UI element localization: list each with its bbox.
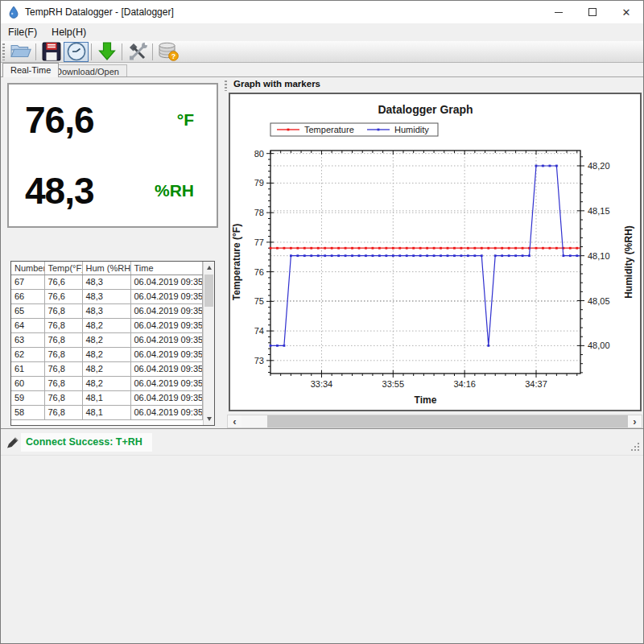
hscroll-thumb[interactable]	[267, 415, 628, 427]
scroll-thumb[interactable]	[204, 275, 213, 307]
column-header-number[interactable]: Number	[11, 262, 44, 275]
tools-icon	[127, 42, 148, 61]
svg-text:48,05: 48,05	[588, 296, 610, 306]
table-cell: 76,8	[44, 332, 82, 347]
menu-item-help[interactable]: Help(H)	[44, 24, 93, 40]
table-row[interactable]: 6276,848,206.04.2019 09:35:21	[11, 347, 203, 361]
table-cell: 06.04.2019 09:35:23	[130, 332, 203, 347]
clock-icon	[66, 41, 87, 62]
table-row[interactable]: 5976,848,106.04.2019 09:35:14	[11, 390, 203, 405]
open-folder-icon	[10, 43, 31, 60]
scroll-down-button[interactable]	[204, 413, 214, 425]
tabbar: Real-Time Download/Open	[1, 63, 643, 77]
svg-text:Humidity (%RH): Humidity (%RH)	[623, 225, 634, 299]
realtime-clock-button[interactable]	[64, 42, 89, 62]
table-row[interactable]: 6176,848,206.04.2019 09:35:18	[11, 361, 203, 376]
table-cell: 76,8	[44, 361, 82, 376]
temperature-value: 76,6	[25, 98, 94, 142]
humidity-unit: %RH	[155, 181, 194, 200]
menubar: File(F) Help(H)	[1, 23, 643, 41]
resize-grip[interactable]	[630, 441, 640, 452]
setup-button[interactable]	[125, 42, 150, 62]
minimize-button[interactable]	[542, 1, 576, 23]
toolbar: ?	[1, 41, 643, 63]
svg-text:Datalogger Graph: Datalogger Graph	[378, 103, 473, 116]
window-controls: ✕	[542, 1, 643, 23]
table-cell: 48,2	[82, 332, 130, 347]
menu-item-file[interactable]: File(F)	[1, 24, 44, 40]
column-header-hum[interactable]: Hum (%RH)	[82, 262, 130, 275]
table-cell: 61	[11, 361, 44, 376]
table-cell: 76,8	[44, 405, 82, 419]
table-cell: 76,8	[44, 303, 82, 318]
toolbar-grip[interactable]	[2, 43, 5, 60]
svg-text:Temperature: Temperature	[304, 125, 354, 134]
download-arrow-icon	[97, 41, 117, 62]
temperature-row: 76,6 °F	[9, 85, 217, 155]
humidity-value: 48,3	[25, 169, 94, 213]
tab-download-open[interactable]: Download/Open	[47, 64, 127, 77]
scroll-right-button[interactable]: ›	[628, 415, 642, 427]
svg-text:77: 77	[254, 237, 264, 247]
download-button[interactable]	[94, 42, 119, 62]
scroll-left-button[interactable]: ‹	[228, 415, 242, 427]
svg-text:75: 75	[254, 296, 264, 306]
svg-text:74: 74	[254, 326, 264, 336]
table-header-row: Number Temp(°F) Hum (%RH) Time	[11, 262, 203, 275]
table-row[interactable]: 6776,648,306.04.2019 09:35:31	[11, 275, 203, 289]
table-cell: 06.04.2019 09:35:29	[130, 289, 203, 303]
table-cell: 76,8	[44, 347, 82, 361]
svg-text:33:34: 33:34	[311, 379, 333, 389]
save-button[interactable]	[39, 42, 64, 62]
table-scrollbar[interactable]	[203, 262, 214, 425]
table-row[interactable]: 5876,848,106.04.2019 09:35:12	[11, 405, 203, 419]
minimize-icon	[555, 12, 563, 13]
table-row[interactable]: 6476,848,206.04.2019 09:35:25	[11, 318, 203, 332]
table-row[interactable]: 6576,848,306.04.2019 09:35:27	[11, 303, 203, 318]
app-window: TempRH Datalogger - [Datalogger] ✕ File(…	[0, 0, 644, 644]
svg-text:Temperature (°F): Temperature (°F)	[231, 224, 242, 300]
tab-real-time[interactable]: Real-Time	[2, 63, 59, 77]
svg-text:78: 78	[254, 208, 264, 217]
table-row[interactable]: 6676,648,306.04.2019 09:35:29	[11, 289, 203, 303]
table-cell: 06.04.2019 09:35:21	[130, 347, 203, 361]
close-button[interactable]: ✕	[609, 1, 643, 23]
table-cell: 06.04.2019 09:35:14	[130, 390, 203, 405]
table-cell: 63	[11, 332, 44, 347]
table-cell: 65	[11, 303, 44, 318]
graph-scrollbar[interactable]: ‹ ›	[227, 415, 642, 428]
statusbar: Connect Success: T+RH	[1, 430, 643, 456]
toolbar-separator	[91, 43, 92, 60]
svg-text:48,20: 48,20	[588, 161, 610, 171]
table-body: 6776,648,306.04.2019 09:35:316676,648,30…	[11, 275, 203, 419]
arrow-down-icon	[207, 417, 212, 421]
svg-text:34:16: 34:16	[453, 379, 476, 389]
database-help-icon: ?	[158, 42, 179, 61]
table-cell: 76,8	[44, 390, 82, 405]
device-info-button[interactable]: ?	[155, 42, 180, 62]
column-header-time[interactable]: Time	[130, 262, 203, 275]
table-cell: 64	[11, 318, 44, 332]
toolbar-separator	[35, 43, 36, 60]
toolbar-separator	[152, 43, 153, 60]
status-message: Connect Success: T+RH	[21, 433, 152, 452]
table-cell: 48,1	[82, 390, 130, 405]
chart-container: 33:3433:5534:1634:37737475767778798048,0…	[229, 93, 642, 411]
table-cell: 76,8	[44, 318, 82, 332]
svg-text:48,10: 48,10	[588, 251, 610, 261]
svg-text:33:55: 33:55	[382, 379, 405, 389]
table-cell: 76,6	[44, 289, 82, 303]
open-file-button[interactable]	[8, 42, 33, 62]
scroll-up-button[interactable]	[204, 262, 214, 274]
table-row[interactable]: 6076,848,206.04.2019 09:35:16	[11, 376, 203, 390]
table-cell: 58	[11, 405, 44, 419]
table-cell: 06.04.2019 09:35:27	[130, 303, 203, 318]
window-title: TempRH Datalogger - [Datalogger]	[25, 6, 174, 18]
svg-text:34:37: 34:37	[525, 379, 547, 389]
maximize-button[interactable]	[576, 1, 609, 23]
table-row[interactable]: 6376,848,206.04.2019 09:35:23	[11, 332, 203, 347]
column-header-temp[interactable]: Temp(°F)	[44, 262, 82, 275]
graph-panel-grip[interactable]	[225, 80, 227, 91]
titlebar: TempRH Datalogger - [Datalogger] ✕	[1, 1, 643, 23]
table-cell: 66	[11, 289, 44, 303]
